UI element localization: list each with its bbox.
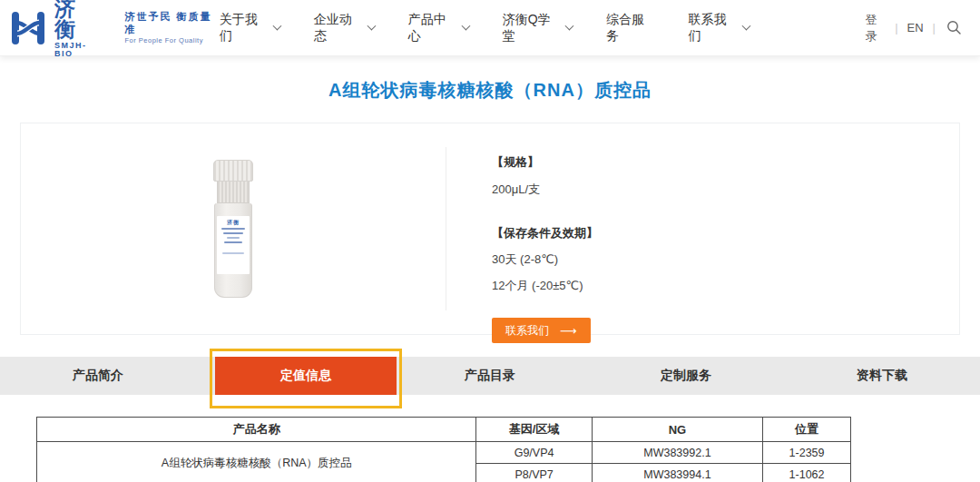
nav-label: 综合服务 (606, 12, 655, 44)
spec-heading: 【规格】 (492, 154, 959, 171)
header-utilities: 登录 | EN | (865, 12, 962, 44)
cell-gene: P8/VP7 (476, 464, 592, 482)
brand-name: 济衡 SMJH-BIO (54, 0, 104, 58)
nav-item-contact[interactable]: 联系我们 (689, 12, 750, 44)
vial-label-text-line (227, 237, 240, 239)
search-icon[interactable] (946, 20, 962, 35)
nav-item-products[interactable]: 产品中心 (408, 12, 469, 44)
storage-heading: 【保存条件及效期】 (492, 225, 959, 241)
cell-position: 1-1062 (763, 464, 851, 482)
language-toggle[interactable]: EN (907, 21, 924, 34)
chevron-down-icon (741, 22, 750, 31)
product-detail-card: 济衡 【规格】 200μL/支 【保存条件及效期】 30天 (2-8℃) 12个… (20, 123, 960, 335)
nav-label: 企业动态 (314, 12, 362, 44)
vial-cap (213, 160, 253, 182)
brand-tagline-cn: 济世予民 衡质量准 (124, 11, 219, 34)
storage-line-2: 12个月 (-20±5℃) (492, 278, 959, 294)
table-header-row: 产品名称 基因/区域 NG 位置 (37, 418, 851, 442)
tab-custom-services[interactable]: 定制服务 (588, 357, 784, 395)
product-vial-image: 济衡 (212, 160, 254, 298)
product-image-area: 济衡 (21, 123, 446, 334)
header-position: 位置 (763, 418, 851, 442)
spec-value: 200μL/支 (492, 182, 959, 198)
chevron-down-icon (273, 22, 282, 31)
nav-label: 联系我们 (689, 12, 737, 44)
chevron-down-icon (368, 22, 377, 31)
dna-h-logo-icon (9, 9, 47, 47)
vial-label-text-line (222, 252, 244, 254)
product-tab-bar: 产品简介 产品目录 定制服务 资料下载 定值信息 (0, 357, 980, 395)
vial-neck (217, 182, 250, 203)
header-product-name: 产品名称 (37, 418, 476, 442)
nav-label: 济衡Q学堂 (503, 12, 561, 44)
vial-label-brand: 济衡 (221, 220, 245, 225)
vial-label-text-line (221, 228, 245, 230)
table-row: A组轮状病毒核糖核酸（RNA）质控品 G9/VP4 MW383992.1 1-2… (37, 442, 851, 464)
cell-product-name: A组轮状病毒核糖核酸（RNA）质控品 (37, 442, 476, 482)
contact-us-label: 联系我们 (505, 323, 549, 339)
cell-gene: G9/VP4 (476, 442, 592, 464)
brand-tagline: 济世予民 衡质量准 For People For Quality (124, 11, 219, 44)
tab-value-info-active[interactable]: 定值信息 (215, 357, 397, 395)
brand-name-cn: 济衡 (54, 0, 104, 40)
header-ng: NG (592, 418, 762, 442)
nav-label: 产品中心 (408, 12, 456, 44)
value-info-table: 产品名称 基因/区域 NG 位置 A组轮状病毒核糖核酸（RNA）质控品 G9/V… (36, 417, 851, 482)
chevron-down-icon (565, 22, 574, 31)
login-link[interactable]: 登录 (865, 12, 886, 44)
contact-us-button[interactable]: 联系我们 ⟶ (492, 318, 591, 343)
vial-label-text-line (224, 241, 242, 243)
brand-name-en: SMJH-BIO (54, 42, 104, 58)
brand-tagline-en: For People For Quality (124, 36, 219, 44)
chevron-down-icon (461, 22, 470, 31)
nav-item-q-academy[interactable]: 济衡Q学堂 (503, 12, 573, 44)
site-header: 济衡 SMJH-BIO 济世予民 衡质量准 For People For Qua… (0, 0, 980, 56)
nav-item-news[interactable]: 企业动态 (314, 12, 375, 44)
separator: | (933, 21, 936, 34)
page-title: A组轮状病毒核糖核酸（RNA）质控品 (0, 78, 980, 103)
product-spec-panel: 【规格】 200μL/支 【保存条件及效期】 30天 (2-8℃) 12个月 (… (446, 123, 959, 334)
tab-product-intro[interactable]: 产品简介 (0, 357, 196, 395)
vial-label-text-line (223, 232, 243, 234)
cell-ng: MW383994.1 (592, 464, 762, 482)
nav-item-about[interactable]: 关于我们 (220, 12, 280, 44)
vial-body: 济衡 (214, 203, 252, 298)
storage-line-1: 30天 (2-8℃) (492, 251, 959, 268)
cell-ng: MW383992.1 (592, 442, 762, 464)
tab-downloads[interactable]: 资料下载 (784, 357, 980, 395)
brand-logo[interactable]: 济衡 SMJH-BIO 济世予民 衡质量准 For People For Qua… (9, 0, 220, 58)
cell-position: 1-2359 (763, 442, 851, 464)
main-nav: 关于我们 企业动态 产品中心 济衡Q学堂 综合服务 联系我们 (220, 12, 750, 44)
value-info-table-wrap: 产品名称 基因/区域 NG 位置 A组轮状病毒核糖核酸（RNA）质控品 G9/V… (36, 417, 980, 482)
arrow-right-icon: ⟶ (560, 325, 577, 337)
header-gene-region: 基因/区域 (476, 418, 592, 442)
nav-label: 关于我们 (220, 12, 268, 44)
separator: | (895, 21, 897, 34)
tab-product-catalog[interactable]: 产品目录 (392, 357, 588, 395)
nav-item-services[interactable]: 综合服务 (606, 12, 655, 44)
vial-label: 济衡 (217, 216, 250, 274)
